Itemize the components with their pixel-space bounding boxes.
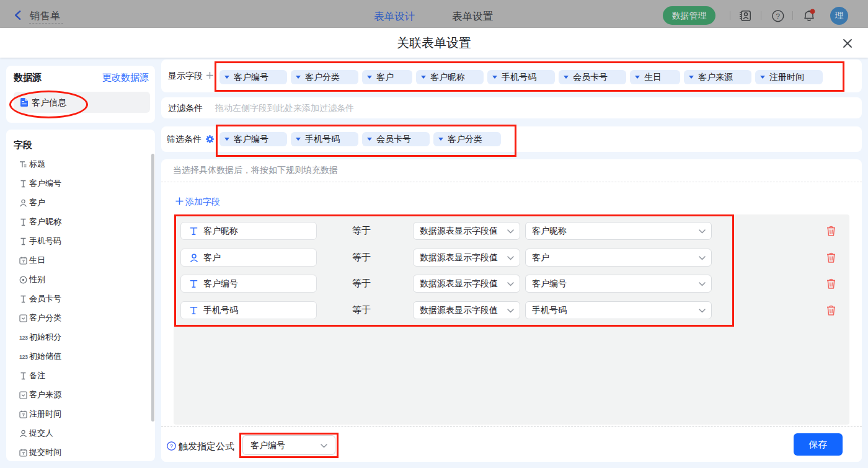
svg-text:?: ? (776, 12, 780, 20)
svg-text:?: ? (170, 443, 173, 449)
